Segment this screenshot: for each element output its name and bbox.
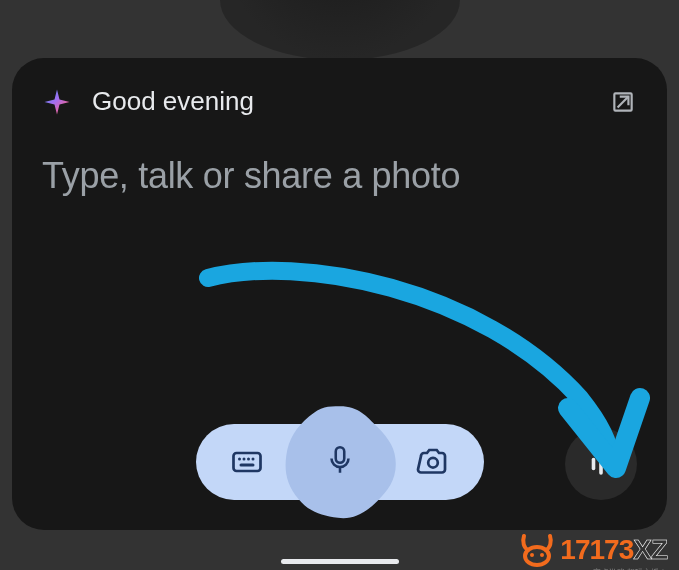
background-shadow xyxy=(220,0,460,60)
open-in-new-icon xyxy=(610,89,636,115)
keyboard-icon xyxy=(229,444,265,480)
svg-point-9 xyxy=(428,458,438,468)
greeting-text: Good evening xyxy=(92,86,254,117)
watermark-logo: 17173XZ 安卓游戏 想玩主播！ xyxy=(518,532,667,568)
input-mode-pill xyxy=(196,424,484,500)
camera-icon xyxy=(415,444,451,480)
panel-header: Good evening xyxy=(42,86,637,117)
svg-rect-7 xyxy=(335,447,344,463)
prompt-input[interactable]: Type, talk or share a photo xyxy=(42,155,637,197)
sound-bars-sparkle-icon xyxy=(583,446,619,482)
sparkle-icon xyxy=(42,87,72,117)
camera-button[interactable] xyxy=(404,433,462,491)
svg-point-15 xyxy=(540,553,544,557)
svg-point-13 xyxy=(525,547,549,565)
microphone-icon xyxy=(323,443,357,481)
watermark-text: 17173XZ xyxy=(560,534,667,566)
expand-button[interactable] xyxy=(609,88,637,116)
svg-point-14 xyxy=(530,553,534,557)
assistant-panel: Good evening Type, talk or share a photo xyxy=(12,58,667,530)
svg-rect-1 xyxy=(233,453,260,471)
header-left: Good evening xyxy=(42,86,254,117)
live-assistant-button[interactable] xyxy=(565,428,637,500)
microphone-button[interactable] xyxy=(278,400,402,524)
keyboard-button[interactable] xyxy=(218,433,276,491)
watermark-mascot-icon xyxy=(518,532,556,568)
home-indicator[interactable] xyxy=(281,559,399,564)
